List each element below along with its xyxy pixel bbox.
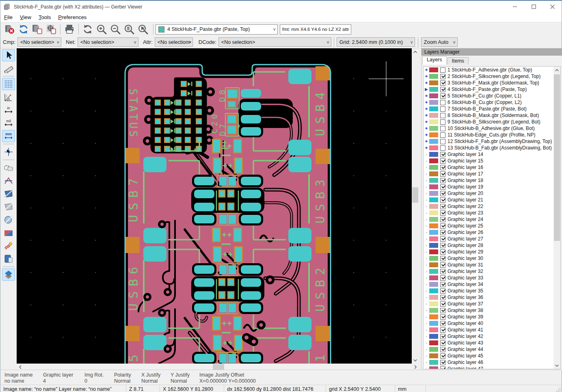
layer-row[interactable]: ◆8 StickHub-B_Mask.gbr (Soldermask, Bot) [424,112,560,119]
layer-color-swatch[interactable] [429,256,438,261]
layer-visibility-checkbox[interactable] [440,301,445,307]
scroll-up-icon[interactable] [553,67,560,74]
layer-color-swatch[interactable] [429,204,438,209]
layer-row[interactable]: ■Graphic layer 20 [424,190,560,197]
layer-color-swatch[interactable] [429,191,438,196]
layer-visibility-checkbox[interactable] [440,152,445,157]
diff-mode-icon[interactable] [2,227,15,239]
layer-color-swatch[interactable] [429,93,438,98]
layer-row[interactable]: ◆13 StickHub-B_Fab.gbr (AssemblyDrawing,… [424,145,560,151]
layer-visibility-checkbox[interactable] [440,158,445,164]
layer-row[interactable]: ■Graphic layer 32 [424,268,560,275]
grid-combo[interactable]: Grid: 2.5400 mm (0.1000 in)˅ [337,37,415,47]
layer-row[interactable]: ■Graphic layer 14 [424,151,560,158]
layer-visibility-checkbox[interactable] [440,314,445,320]
layer-row[interactable]: ■Graphic layer 29 [424,249,560,255]
scroll-left-icon[interactable] [17,364,24,370]
close-button[interactable] [543,1,562,13]
layer-row[interactable]: ◆9 StickHub-B_Silkscreen.gbr (Legend, Bo… [424,119,560,125]
layer-row[interactable]: ■Graphic layer 25 [424,223,560,229]
scroll-up-icon[interactable] [412,48,419,55]
canvas-horizontal-scrollbar[interactable] [17,364,419,370]
layer-visibility-checkbox[interactable] [440,126,445,131]
clear-all-layers-icon[interactable] [4,24,15,35]
layer-visibility-checkbox[interactable] [440,223,445,229]
layer-visibility-checkbox[interactable] [440,93,445,99]
layer-visibility-checkbox[interactable] [440,262,445,268]
net-combo[interactable]: <No selection>˅ [78,37,138,47]
layer-visibility-checkbox[interactable] [440,184,445,190]
units-mm-icon[interactable]: mm [2,130,15,142]
layer-color-swatch[interactable] [429,308,438,313]
canvas-hscroll-thumb[interactable] [213,364,224,370]
zoom-fit-icon[interactable] [123,24,135,35]
layer-row[interactable]: ■Graphic layer 28 [424,242,560,249]
layer-row[interactable]: ■Graphic layer 31 [424,262,560,268]
select-tool-icon[interactable] [2,49,15,61]
title-bar[interactable]: StickHub-F_Paste.gbr (with X2 attributes… [0,1,562,13]
layer-color-swatch[interactable] [429,366,438,369]
layer-row[interactable]: ◆1 StickHub-F_Adhesive.gbr (Glue, Top) [424,67,560,73]
minimize-button[interactable] [506,1,524,13]
layer-color-swatch[interactable] [429,275,438,280]
layer-row[interactable]: ■Graphic layer 46 [424,359,560,366]
canvas-vscroll-thumb[interactable] [412,187,418,203]
layer-color-swatch[interactable] [429,321,438,326]
layer-visibility-checkbox[interactable] [440,67,445,73]
layer-row[interactable]: ■Graphic layer 24 [424,216,560,223]
layer-row[interactable]: ■Graphic layer 35 [424,288,560,294]
layer-row[interactable]: ◆7 StickHub-B_Paste.gbr (Paste, Bot) [424,106,560,112]
zoom-selection-icon[interactable] [137,24,149,35]
layer-row[interactable]: ■Graphic layer 36 [424,294,560,301]
layer-color-swatch[interactable] [429,210,438,215]
layer-visibility-checkbox[interactable] [440,360,445,365]
layer-color-swatch[interactable] [429,282,438,287]
layer-row[interactable]: ■Graphic layer 42 [424,333,560,340]
layer-color-swatch[interactable] [429,327,438,332]
layer-visibility-checkbox[interactable] [440,210,445,216]
layer-color-swatch[interactable] [429,184,438,189]
layer-visibility-checkbox[interactable] [440,347,445,352]
layer-color-swatch[interactable] [429,217,438,222]
layer-row[interactable]: ■Graphic layer 26 [424,229,560,236]
menu-tools[interactable]: Tools [35,13,54,22]
tab-layers[interactable]: Layers [422,56,447,65]
layers-manager-toggle-icon[interactable] [2,253,15,265]
layer-color-swatch[interactable] [429,80,438,85]
zoom-combo[interactable]: Zoom Auto˅ [421,37,458,47]
layer-color-swatch[interactable] [429,113,438,118]
layer-visibility-checkbox[interactable] [440,191,445,196]
layer-color-swatch[interactable] [429,223,438,228]
layer-visibility-checkbox[interactable] [440,249,445,255]
reload-all-layers-icon[interactable] [18,24,29,35]
layer-visibility-checkbox[interactable] [440,74,445,79]
layer-row[interactable]: ■Graphic layer 37 [424,301,560,307]
scroll-right-icon[interactable] [412,364,419,370]
layer-row[interactable]: ◆6 StickHub-B_Cu.gbr (Copper, L2) [424,99,560,106]
sketch-lines-icon[interactable] [2,175,15,187]
layer-color-swatch[interactable] [429,353,438,358]
layer-row[interactable]: ■Graphic layer 41 [424,327,560,333]
print-icon[interactable] [64,24,75,35]
layer-color-swatch[interactable] [429,269,438,274]
layer-visibility-checkbox[interactable] [440,275,445,281]
layer-color-swatch[interactable] [429,67,438,72]
gerber-canvas[interactable]: STATUSUSB7USB65USB4USB3USB21C20D8D7 [17,48,412,364]
layer-select-combo[interactable]: 4 StickHub-F_Paste.gbr (Paste, Top) ˅ [156,24,278,35]
layer-color-swatch[interactable] [429,74,438,79]
scroll-down-icon[interactable] [412,357,419,364]
layer-visibility-checkbox[interactable] [440,80,445,86]
zoom-out-icon[interactable] [110,24,121,35]
layer-color-swatch[interactable] [429,119,438,124]
layer-color-swatch[interactable] [429,340,438,345]
layer-row[interactable]: ◆11 StickHub-Edge_Cuts.gbr (Profile, NP) [424,132,560,138]
open-drill-file-icon[interactable] [45,24,57,35]
layer-row[interactable]: ◆10 StickHub-B_Adhesive.gbr (Glue, Bot) [424,125,560,132]
units-mil-icon[interactable]: mil [2,117,15,129]
open-gerber-file-icon[interactable] [32,24,43,35]
measure-tool-icon[interactable] [2,62,15,74]
layer-color-swatch[interactable] [429,178,438,183]
layer-visibility-checkbox[interactable] [440,256,445,261]
layer-color-swatch[interactable] [429,249,438,254]
layer-visibility-checkbox[interactable] [440,139,445,144]
